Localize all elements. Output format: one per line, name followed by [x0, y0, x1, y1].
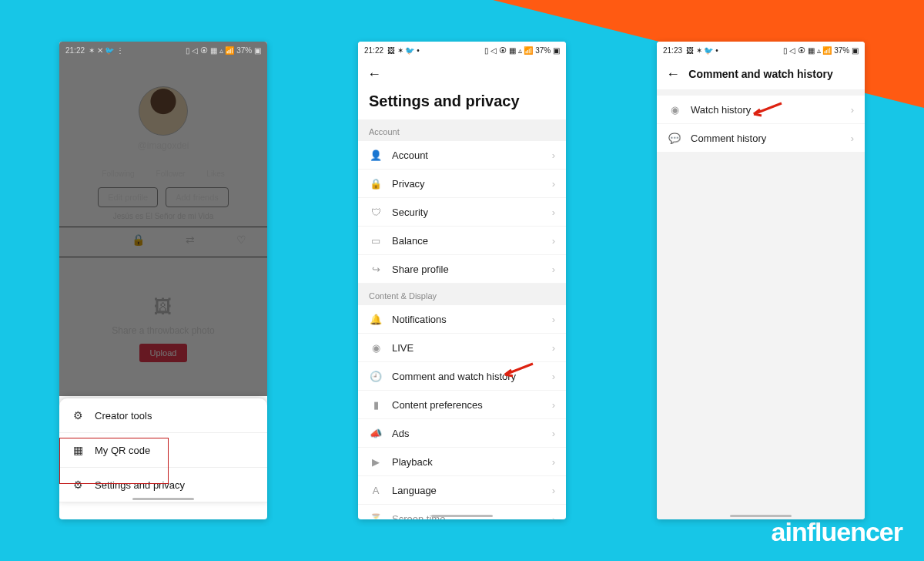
home-indicator — [132, 498, 194, 500]
status-left-icons: 🖼 ✶ 🐦 • — [387, 46, 420, 55]
header: ← Comment and watch history — [657, 59, 865, 89]
brand-watermark: ainfluencer — [772, 517, 902, 547]
row-ads[interactable]: 📣Ads› — [358, 419, 566, 448]
status-time: 21:23 — [663, 46, 682, 55]
back-arrow-icon[interactable]: ← — [666, 66, 680, 82]
share-icon: ↪ — [369, 264, 383, 275]
bottom-sheet: ⚙ Creator tools ▦ My QR code ⚙ Settings … — [59, 398, 267, 502]
play-icon: ▶ — [369, 456, 383, 468]
bell-icon: 🔔 — [369, 314, 383, 325]
screenshot-settings: 21:22 🖼 ✶ 🐦 • ▯ ◁ ⦿ ▦ ▵ 📶 37% ▣ ← Settin… — [358, 42, 566, 519]
chevron-right-icon: › — [552, 264, 555, 275]
hourglass-icon: ⏳ — [369, 513, 383, 520]
row-comment-watch-history[interactable]: 🕘Comment and watch history› — [358, 362, 566, 391]
sheet-label: My QR code — [95, 445, 150, 456]
lock-icon: 🔒 — [369, 178, 383, 190]
row-privacy[interactable]: 🔒Privacy› — [358, 170, 566, 198]
video-icon: ▮ — [369, 399, 383, 411]
chat-icon: 💬 — [668, 133, 681, 144]
row-balance[interactable]: ▭Balance› — [358, 227, 566, 255]
back-arrow-icon[interactable]: ← — [367, 66, 381, 82]
status-left-icons: 🖼 ✶ 🐦 • — [686, 46, 718, 55]
person-icon: 👤 — [369, 149, 383, 161]
status-left-icons: ✶ ✕ 🐦 ⋮ — [89, 46, 124, 55]
home-indicator — [730, 515, 792, 517]
row-account[interactable]: 👤Account› — [358, 141, 566, 170]
status-right-icons: ▯ ◁ ⦿ ▦ ▵ 📶 37% ▣ — [783, 46, 859, 55]
header: ← — [358, 59, 566, 89]
row-live[interactable]: ◉LIVE› — [358, 334, 566, 362]
chevron-right-icon: › — [552, 456, 555, 468]
row-share-profile[interactable]: ↪Share profile› — [358, 255, 566, 284]
sheet-creator-tools[interactable]: ⚙ Creator tools — [59, 398, 267, 433]
status-right-icons: ▯ ◁ ⦿ ▦ ▵ 📶 37% ▣ — [186, 46, 261, 55]
chevron-right-icon: › — [552, 149, 555, 161]
sheet-label: Creator tools — [95, 410, 152, 422]
section-header-account: Account — [358, 119, 566, 141]
modal-overlay[interactable] — [59, 42, 267, 396]
clock-icon: 🕘 — [369, 371, 383, 382]
megaphone-icon: 📣 — [369, 428, 383, 439]
row-security[interactable]: 🛡Security› — [358, 198, 566, 227]
language-icon: A — [369, 485, 383, 496]
row-comment-history[interactable]: 💬Comment history› — [657, 124, 865, 153]
status-time: 21:22 — [364, 46, 383, 55]
row-language[interactable]: ALanguage› — [358, 476, 566, 505]
chevron-right-icon: › — [552, 399, 555, 411]
screenshot-history: 21:23 🖼 ✶ 🐦 • ▯ ◁ ⦿ ▦ ▵ 📶 37% ▣ ← Commen… — [657, 42, 865, 519]
chevron-right-icon: › — [552, 371, 555, 382]
gear-icon: ⚙ — [70, 479, 85, 491]
chevron-right-icon: › — [552, 207, 555, 218]
status-time: 21:22 — [65, 46, 85, 55]
screenshot-profile: 21:22 ✶ ✕ 🐦 ⋮ ▯ ◁ ⦿ ▦ ▵ 📶 37% ▣ Imago De… — [59, 42, 267, 519]
row-playback[interactable]: ▶Playback› — [358, 448, 566, 476]
status-right-icons: ▯ ◁ ⦿ ▦ ▵ 📶 37% ▣ — [484, 46, 560, 55]
page-title: Settings and privacy — [358, 89, 566, 119]
shield-icon: 🛡 — [369, 207, 383, 218]
chevron-right-icon: › — [552, 342, 555, 354]
play-circle-icon: ◉ — [668, 104, 681, 116]
row-screen-time[interactable]: ⏳Screen time› — [358, 505, 566, 519]
qr-icon: ▦ — [70, 444, 85, 456]
sheet-qr-code[interactable]: ▦ My QR code — [59, 433, 267, 468]
chevron-right-icon: › — [552, 314, 555, 325]
row-watch-history[interactable]: ◉Watch history› — [657, 96, 865, 124]
row-content-preferences[interactable]: ▮Content preferences› — [358, 391, 566, 419]
person-gear-icon: ⚙ — [70, 409, 85, 422]
chevron-right-icon: › — [851, 104, 854, 116]
status-bar: 21:22 ✶ ✕ 🐦 ⋮ ▯ ◁ ⦿ ▦ ▵ 📶 37% ▣ — [59, 42, 267, 59]
status-bar: 21:23 🖼 ✶ 🐦 • ▯ ◁ ⦿ ▦ ▵ 📶 37% ▣ — [657, 42, 865, 59]
chevron-right-icon: › — [552, 485, 555, 496]
chevron-right-icon: › — [552, 513, 555, 520]
chevron-right-icon: › — [552, 235, 555, 247]
status-bar: 21:22 🖼 ✶ 🐦 • ▯ ◁ ⦿ ▦ ▵ 📶 37% ▣ — [358, 42, 566, 59]
wallet-icon: ▭ — [369, 235, 383, 247]
row-notifications[interactable]: 🔔Notifications› — [358, 305, 566, 334]
chevron-right-icon: › — [552, 178, 555, 190]
sheet-label: Settings and privacy — [95, 479, 185, 491]
live-icon: ◉ — [369, 342, 383, 354]
page-title: Comment and watch history — [688, 68, 832, 80]
section-header-content: Content & Display — [358, 284, 566, 305]
chevron-right-icon: › — [552, 428, 555, 439]
home-indicator — [431, 515, 493, 517]
chevron-right-icon: › — [851, 133, 854, 144]
